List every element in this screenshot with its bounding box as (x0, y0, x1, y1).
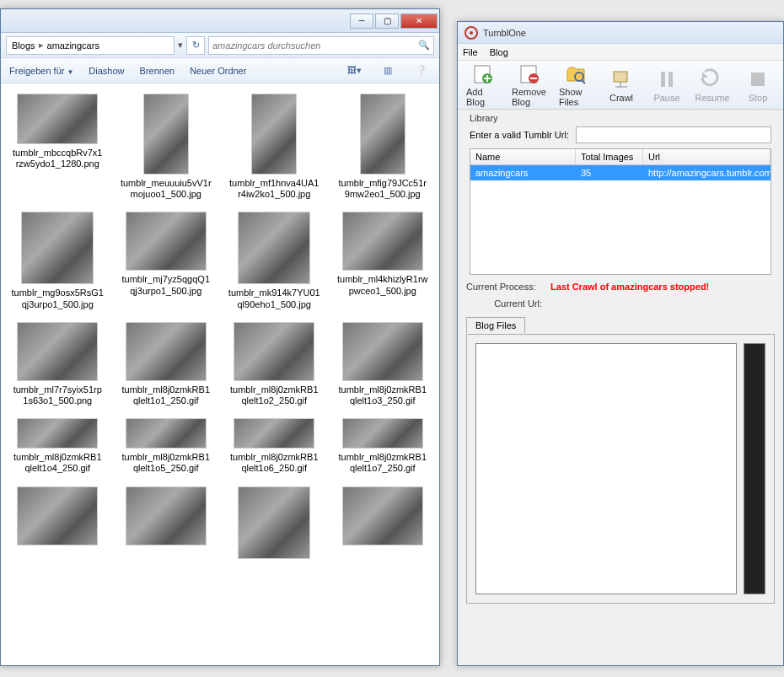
breadcrumb-part[interactable]: Blogs (12, 40, 35, 51)
explorer-toolbar: Freigeben für▼ Diashow Brennen Neuer Ord… (1, 58, 439, 83)
url-input[interactable] (576, 126, 771, 143)
thumbnail-image (234, 322, 314, 381)
thumbnail-image (251, 94, 297, 175)
file-thumbnail[interactable]: tumblr_ml8j0zmkRB1qlelt1o6_250.gif (221, 415, 328, 477)
file-thumbnail[interactable]: tumblr_meuuuiu5vV1rmojuoo1_500.jpg (113, 90, 220, 203)
thumbnail-label: tumblr_mg9osx5RsG1qj3urpo1_500.jpg (11, 287, 104, 309)
file-thumbnail[interactable]: tumblr_ml8j0zmkRB1qlelt1o7_250.gif (330, 415, 437, 477)
svg-rect-8 (661, 72, 665, 87)
preview-pane-button[interactable]: ▥ (379, 62, 397, 80)
resume-icon (701, 68, 723, 90)
current-url-row: Current Url: (458, 295, 783, 312)
blog-table[interactable]: Name Total Images Url amazingcars 35 htt… (470, 148, 771, 275)
svg-rect-10 (751, 73, 765, 86)
menu-blog[interactable]: Blog (490, 47, 508, 57)
thumbnail-label: tumblr_meuuuiu5vV1rmojuoo1_500.jpg (120, 178, 212, 200)
view-options-button[interactable]: 🖽▾ (345, 62, 363, 80)
pause-icon (656, 68, 678, 90)
menu-file[interactable]: File (463, 47, 478, 57)
col-total[interactable]: Total Images (576, 149, 643, 164)
current-process-row: Current Process: Last Crawl of amazingca… (458, 278, 783, 295)
file-thumbnail[interactable] (113, 483, 220, 566)
thumbnail-label: tumblr_mj7yz5qgqQ1qj3urpo1_500.jpg (120, 274, 212, 296)
thumbnail-label: tumblr_mk914k7YU01ql90eho1_500.jpg (228, 287, 320, 309)
col-name[interactable]: Name (470, 149, 576, 164)
slideshow-button[interactable]: Diashow (89, 66, 124, 76)
search-box[interactable]: 🔍 (208, 36, 434, 55)
breadcrumb[interactable]: Blogs ▸ amazingcars (6, 36, 175, 55)
stop-button: Stop (738, 62, 778, 107)
thumbnail-image (17, 486, 98, 545)
thumbnail-image (126, 418, 207, 449)
tab-blog-files[interactable]: Blog Files (466, 317, 525, 333)
minimize-button[interactable]: ─ (350, 13, 373, 29)
share-button[interactable]: Freigeben für▼ (9, 66, 73, 76)
preview-pane (744, 343, 765, 594)
chevron-right-icon: ▸ (39, 40, 44, 51)
file-thumbnail[interactable] (330, 483, 437, 566)
file-thumbnail[interactable]: tumblr_ml8j0zmkRB1qlelt1o4_250.gif (4, 415, 111, 477)
file-thumbnail[interactable]: tumblr_mfig79JCc51r9mw2eo1_500.jpg (330, 90, 437, 203)
breadcrumb-part[interactable]: amazingcars (47, 40, 99, 51)
file-thumbnail[interactable]: tumblr_mk914k7YU01ql90eho1_500.jpg (221, 208, 328, 313)
add-blog-button[interactable]: Add Blog (463, 62, 503, 107)
file-thumbnail[interactable]: tumblr_mg9osx5RsG1qj3urpo1_500.jpg (4, 208, 111, 313)
thumbnail-image (17, 94, 98, 144)
files-list[interactable] (475, 343, 737, 594)
thumbnail-image (234, 418, 314, 449)
crawl-button[interactable]: Crawl (601, 62, 642, 107)
pause-button: Pause (647, 62, 687, 107)
thumbnail-image (360, 94, 405, 175)
file-thumbnail[interactable]: tumblr_ml4khizlyR1rwpwceo1_500.jpg (330, 208, 437, 313)
file-thumbnail[interactable]: tumblr_mbccqbRv7x1rzw5ydo1_1280.png (4, 90, 111, 203)
file-thumbnail[interactable] (4, 483, 111, 566)
burn-button[interactable]: Brennen (140, 66, 175, 76)
blog-files-region: Blog Files (466, 317, 775, 604)
file-thumbnail[interactable]: tumblr_ml8j0zmkRB1qlelt1o2_250.gif (221, 319, 328, 410)
add-icon (472, 63, 494, 85)
table-header: Name Total Images Url (470, 149, 771, 165)
file-thumbnail[interactable]: tumblr_mj7yz5qgqQ1qj3urpo1_500.jpg (113, 208, 220, 313)
search-icon[interactable]: 🔍 (418, 40, 430, 51)
help-icon[interactable]: ❔ (412, 62, 431, 80)
thumbnail-label: tumblr_ml8j0zmkRB1qlelt1o7_250.gif (336, 452, 429, 474)
file-grid-area[interactable]: tumblr_mbccqbRv7x1rzw5ydo1_1280.pngtumbl… (1, 83, 439, 665)
thumbnail-image (21, 212, 94, 284)
explorer-titlebar[interactable]: ─ ▢ ✕ (1, 9, 439, 33)
thumbnail-image (342, 322, 423, 381)
remove-icon (518, 63, 540, 85)
close-button[interactable]: ✕ (400, 13, 438, 29)
show-files-button[interactable]: Show Files (556, 62, 596, 107)
svg-rect-7 (614, 72, 627, 82)
table-row[interactable]: amazingcars 35 http://amazingcars.tumblr… (470, 165, 771, 180)
app-icon (464, 26, 478, 40)
refresh-button[interactable]: ↻ (186, 36, 205, 55)
url-entry-row: Enter a valid Tumblr Url: (458, 125, 783, 145)
thumbnail-label: tumblr_ml7r7syix51rp1s63o1_500.png (11, 384, 104, 406)
svg-point-1 (470, 31, 473, 35)
crawl-icon (610, 68, 632, 90)
file-thumbnail[interactable] (221, 483, 328, 566)
thumbnail-image (126, 212, 207, 271)
file-thumbnail[interactable]: tumblr_ml8j0zmkRB1qlelt1o1_250.gif (113, 319, 220, 410)
process-label: Current Process: (466, 282, 542, 292)
thumbnail-label: tumblr_ml8j0zmkRB1qlelt1o5_250.gif (120, 452, 212, 474)
chevron-down-icon[interactable]: ▾ (178, 40, 183, 51)
thumbnail-label: tumblr_ml4khizlyR1rwpwceo1_500.jpg (336, 274, 429, 296)
newfolder-button[interactable]: Neuer Ordner (190, 66, 246, 76)
col-url[interactable]: Url (643, 149, 771, 164)
file-thumbnail[interactable]: tumblr_ml8j0zmkRB1qlelt1o5_250.gif (113, 415, 220, 477)
file-thumbnail[interactable]: tumblr_ml7r7syix51rp1s63o1_500.png (4, 319, 111, 410)
thumbnail-label: tumblr_ml8j0zmkRB1qlelt1o3_250.gif (336, 384, 429, 406)
thumbnail-image (238, 212, 310, 284)
thumbnail-image (342, 212, 423, 271)
file-thumbnail[interactable]: tumblr_mf1hnva4UA1r4iw2ko1_500.jpg (221, 90, 328, 203)
search-input[interactable] (212, 40, 418, 51)
file-thumbnail[interactable]: tumblr_ml8j0zmkRB1qlelt1o3_250.gif (330, 319, 437, 410)
maximize-button[interactable]: ▢ (375, 13, 399, 29)
thumbnail-image (342, 418, 423, 449)
tumblone-titlebar[interactable]: TumblOne (458, 22, 783, 44)
tumblone-toolbar: Add Blog Remove Blog Show Files Crawl Pa… (458, 61, 783, 110)
remove-blog-button[interactable]: Remove Blog (508, 62, 550, 107)
url-label: Enter a valid Tumblr Url: (470, 130, 569, 140)
